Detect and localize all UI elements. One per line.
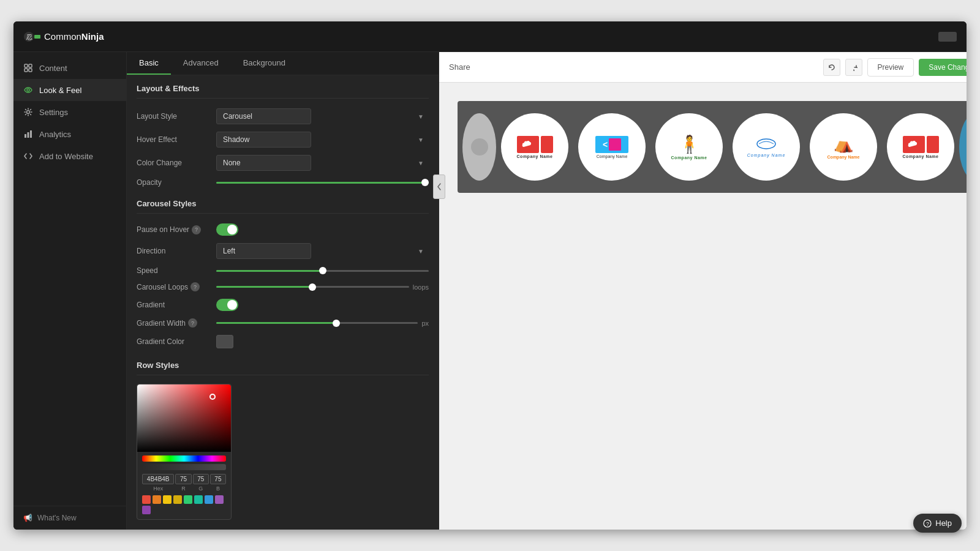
color-spectrum[interactable]	[137, 384, 231, 452]
row-layout-style: Layout Style Carousel Grid ▼	[137, 105, 429, 128]
center-panel: Basic Advanced Background Layout & Effec…	[127, 52, 439, 530]
swatch-purple[interactable]	[215, 495, 224, 504]
sidebar-item-settings[interactable]: Settings	[13, 101, 126, 123]
swatch-green[interactable]	[184, 495, 192, 504]
row-pause-on-hover: Pause on Hover ?	[137, 220, 429, 239]
undo-button[interactable]	[823, 59, 840, 76]
swatch-teal[interactable]	[194, 495, 203, 504]
megaphone-icon: 📢	[23, 514, 32, 522]
g-input-wrap: 75 G	[193, 474, 209, 492]
b-label: B	[216, 485, 220, 492]
chart-icon	[23, 129, 33, 139]
redo-button[interactable]	[845, 59, 862, 76]
svg-point-7	[27, 89, 29, 91]
grid-icon	[23, 63, 33, 73]
preview-area: Share Preview Save Changes	[439, 52, 967, 530]
sidebar-item-add-website[interactable]: Add to Website	[13, 145, 126, 167]
pause-on-hover-toggle[interactable]	[216, 223, 238, 236]
help-button[interactable]: ? Help	[913, 514, 962, 533]
layout-style-control: Carousel Grid ▼	[216, 108, 429, 124]
carousel-logo-1: Company Name	[501, 113, 568, 181]
swatch-yellow[interactable]	[173, 495, 182, 504]
r-input-wrap: 75 R	[175, 474, 191, 492]
row-color-change: Color Change None Grayscale ▼	[137, 151, 429, 174]
whats-new-label: What's New	[37, 514, 77, 522]
hex-input[interactable]: 4B4B4B	[142, 474, 174, 484]
r-input[interactable]: 75	[175, 474, 191, 484]
swatch-yellow-light[interactable]	[163, 495, 172, 504]
label-direction: Direction	[137, 247, 216, 255]
help-badge-loops[interactable]: ?	[190, 282, 200, 291]
label-gradient-width: Gradient Width ?	[137, 318, 216, 328]
carousel-logo-4: Company Name	[733, 113, 800, 181]
px-suffix: px	[421, 320, 429, 327]
share-link[interactable]: Share	[449, 62, 470, 72]
carousel-logo-2: < Company Name	[578, 113, 646, 181]
logo-area: 忍 CommonNinja	[23, 31, 104, 42]
row-speed: Speed	[137, 263, 429, 279]
svg-point-13	[757, 139, 775, 149]
row-carousel-loops: Carousel Loops ? loops	[137, 279, 429, 295]
direction-select[interactable]: Left Right	[216, 243, 311, 259]
opacity-bar[interactable]	[142, 464, 226, 470]
label-carousel-loops: Carousel Loops ?	[137, 282, 216, 291]
gradient-width-slider[interactable]	[216, 322, 418, 324]
hex-label: Hex	[153, 485, 163, 492]
color-inputs: 4B4B4B Hex 75 R 75 G 75 B	[142, 474, 226, 492]
section-carousel-styles: Carousel Styles	[137, 190, 429, 214]
tab-advanced[interactable]: Advanced	[171, 52, 231, 75]
sidebar-item-content[interactable]: Content	[13, 57, 126, 79]
gradient-color-swatch[interactable]	[216, 335, 233, 348]
help-badge-gradient-width[interactable]: ?	[188, 318, 197, 328]
main-layout: Content Look & Feel Sett	[13, 52, 967, 530]
g-input[interactable]: 75	[193, 474, 209, 484]
chevron-down-icon: ▼	[418, 137, 424, 143]
chevron-down-icon: ▼	[418, 248, 424, 255]
svg-rect-5	[24, 69, 28, 72]
carousel-loops-slider[interactable]	[216, 286, 409, 288]
opacity-slider[interactable]	[216, 182, 429, 184]
hover-effect-control: Shadow None Zoom ▼	[216, 132, 429, 148]
speed-slider[interactable]	[216, 270, 429, 272]
b-input[interactable]: 75	[210, 474, 226, 484]
sidebar: Content Look & Feel Sett	[13, 52, 127, 530]
tab-background[interactable]: Background	[231, 52, 298, 75]
label-speed: Speed	[137, 266, 216, 275]
color-change-select[interactable]: None Grayscale	[216, 155, 311, 171]
color-swatches	[142, 495, 226, 514]
section-layout-effects: Layout & Effects	[137, 75, 429, 99]
carousel-loops-control: loops	[216, 283, 429, 291]
preview-toolbar: Share Preview Save Changes	[439, 52, 967, 83]
svg-point-8	[27, 111, 30, 114]
window-control[interactable]	[938, 32, 957, 42]
hue-bar[interactable]	[142, 455, 226, 462]
help-badge-pause[interactable]: ?	[192, 225, 201, 234]
swatch-dark-purple[interactable]	[142, 506, 151, 514]
layout-style-select[interactable]: Carousel Grid	[216, 108, 311, 124]
help-label: Help	[935, 519, 952, 528]
svg-rect-6	[29, 69, 32, 72]
gradient-toggle[interactable]	[216, 299, 238, 311]
label-layout-style: Layout Style	[137, 112, 216, 121]
save-changes-button[interactable]: Save Changes	[919, 59, 967, 76]
gradient-width-control: px	[216, 320, 429, 327]
gradient-color-swatch-wrap	[216, 335, 429, 348]
color-change-control: None Grayscale ▼	[216, 155, 429, 171]
swatch-orange[interactable]	[153, 495, 161, 504]
b-input-wrap: 75 B	[210, 474, 226, 492]
whats-new-item[interactable]: 📢 What's New	[13, 506, 126, 530]
tab-basic[interactable]: Basic	[127, 52, 171, 75]
r-label: R	[181, 485, 186, 492]
speed-control	[216, 270, 429, 272]
sidebar-item-look-feel[interactable]: Look & Feel	[13, 79, 126, 101]
hover-effect-select[interactable]: Shadow None Zoom	[216, 132, 311, 148]
hex-input-wrap: 4B4B4B Hex	[142, 474, 174, 492]
label-hover-effect: Hover Effect	[137, 135, 216, 144]
spectrum-cursor	[209, 394, 216, 400]
app-window: 忍 CommonNinja	[13, 21, 967, 530]
swatch-red[interactable]	[142, 495, 151, 504]
sidebar-item-analytics[interactable]: Analytics	[13, 123, 126, 145]
swatch-blue[interactable]	[205, 495, 213, 504]
collapse-button[interactable]	[433, 174, 445, 199]
preview-button[interactable]: Preview	[867, 58, 914, 77]
